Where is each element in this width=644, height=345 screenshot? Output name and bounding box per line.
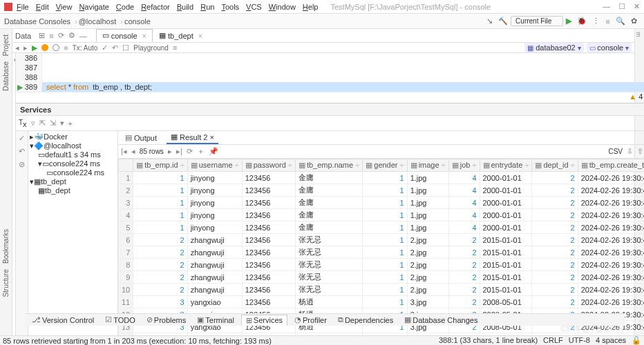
close-icon[interactable]: × <box>142 32 146 40</box>
tab-result[interactable]: ▦ Result 2 × <box>167 131 218 144</box>
menu-help[interactable]: Help <box>303 3 319 11</box>
tab-services[interactable]: ⊞ Services <box>241 315 287 326</box>
col-header[interactable]: ▦tb_emp.id ÷ <box>133 159 187 172</box>
menu-refactor[interactable]: Refactor <box>141 3 170 11</box>
commit-icon[interactable]: ✓ <box>102 43 108 52</box>
tree-tbdept[interactable]: ▾▦tb_dept <box>30 177 116 186</box>
menu-tools[interactable]: Tools <box>221 3 239 11</box>
result-grid[interactable]: ▦tb_emp.id ÷▦username ÷▦password ÷▦tb_em… <box>118 159 644 337</box>
schema-badge[interactable]: ▦ database02 ▾ <box>524 43 583 52</box>
tab-output[interactable]: ▤ Output <box>121 132 161 144</box>
tree-docker[interactable]: ▸🐳Docker <box>30 132 116 141</box>
stop-icon[interactable]: ■ <box>605 17 610 26</box>
collapse-icon[interactable]: ⇲ <box>50 119 56 128</box>
dot-icon[interactable] <box>41 44 48 51</box>
rollback-icon[interactable]: ↶ <box>112 43 118 52</box>
settings-icon[interactable]: ✿ <box>631 17 637 26</box>
search-icon[interactable]: 🔍 <box>616 17 625 26</box>
tab-dbchanges[interactable]: ▦ Database Changes <box>400 315 482 325</box>
breadcrumb[interactable]: Database Consoles <box>4 17 70 26</box>
col-header[interactable]: ▦dept_id ÷ <box>532 159 578 172</box>
menu-file[interactable]: File <box>17 3 29 11</box>
table-row[interactable]: 72zhangwuji123456张无忌12.jpg22015-01-01220… <box>119 246 645 259</box>
table-row[interactable]: 51jinyong123456金庸11.jpg42000-01-0122024-… <box>119 221 645 234</box>
menu-view[interactable]: View <box>56 3 73 11</box>
table-row[interactable]: 11jinyong123456金庸11.jpg42000-01-0122024-… <box>119 172 645 184</box>
project-tab[interactable]: Project <box>2 34 10 56</box>
encoding[interactable]: UTF-8 <box>569 336 590 345</box>
col-header[interactable]: ▦job ÷ <box>448 159 480 172</box>
dot-icon[interactable] <box>53 44 59 51</box>
tree-host[interactable]: ▾🔷@localhost <box>30 141 116 150</box>
table-row[interactable]: 41jinyong123456金庸11.jpg42000-01-0122024-… <box>119 209 645 221</box>
tree-console[interactable]: ▾▭console224 ms <box>30 159 116 168</box>
table-row[interactable]: 92zhangwuji123456张无忌12.jpg22015-01-01220… <box>119 271 645 284</box>
build-icon[interactable]: 🔨 <box>498 17 508 26</box>
expand-icon[interactable]: ⇱ <box>39 119 46 128</box>
menu-build[interactable]: Build <box>177 3 193 11</box>
menu-vcs[interactable]: VCS <box>246 3 262 11</box>
table-row[interactable]: 113yangxiao123456杨逍13.jpg22008-05-012202… <box>119 296 645 308</box>
last-icon[interactable]: ▸| <box>176 147 182 156</box>
debug-icon[interactable]: 🐞 <box>577 17 587 26</box>
warnings-badge[interactable]: ▲ 4 <box>629 92 643 101</box>
cursor-pos[interactable]: 388:1 (33 chars, 1 line break) <box>439 336 538 345</box>
table-row[interactable]: 102zhangwuji123456张无忌12.jpg22015-01-0122… <box>119 284 645 296</box>
menu-run[interactable]: Run <box>200 3 214 11</box>
csv-select[interactable]: CSV <box>608 148 623 155</box>
col-header[interactable]: ▦tb_emp.create_time ÷ <box>578 159 644 172</box>
playground-select[interactable]: Playground <box>133 44 169 52</box>
tab-tbdept[interactable]: ▦tb_dept× <box>153 29 209 42</box>
check-icon[interactable]: ✓ <box>19 134 25 143</box>
run-config-selector[interactable]: Current File <box>511 16 563 26</box>
breadcrumb[interactable]: @localhost <box>79 17 117 26</box>
bookmarks-tab[interactable]: Bookmarks <box>2 229 10 264</box>
col-header[interactable]: ▦entrydate ÷ <box>480 159 532 172</box>
tab-terminal[interactable]: ▣ Terminal <box>193 315 238 325</box>
cancel-icon[interactable]: ⊘ <box>19 160 25 169</box>
structure-tab[interactable]: Structure <box>2 269 10 297</box>
table-row[interactable]: 31jinyong123456金庸11.jpg42000-01-0122024-… <box>119 197 645 209</box>
line-sep[interactable]: CRLF <box>543 336 563 345</box>
add-row-icon[interactable]: ＋ <box>197 146 205 157</box>
col-header[interactable]: ▦gender ÷ <box>363 159 407 172</box>
close-icon[interactable]: × <box>198 32 202 40</box>
tree-console-active[interactable]: ▭console224 ms <box>30 168 116 177</box>
table-row[interactable]: 82zhangwuji123456张无忌12.jpg22015-01-01220… <box>119 259 645 271</box>
table-row[interactable]: 62zhangwuji123456张无忌12.jpg22015-01-01220… <box>119 234 645 246</box>
menu-edit[interactable]: Edit <box>36 3 49 11</box>
export-icon[interactable]: ⇩ <box>627 147 633 156</box>
export-icon[interactable]: ☐ <box>122 43 129 52</box>
more-icon[interactable]: ⋮ <box>592 17 600 26</box>
col-header[interactable]: ▦tb_emp.name ÷ <box>295 159 362 172</box>
tab-console[interactable]: ▭console× <box>96 29 153 42</box>
tree-icon[interactable]: ▾ <box>60 119 64 128</box>
table-row[interactable]: 21jinyong123456金庸11.jpg42000-01-0122024-… <box>119 184 645 197</box>
back-icon[interactable]: ◂ <box>15 43 19 52</box>
menu-navigate[interactable]: Navigate <box>79 3 108 11</box>
tx-mode[interactable]: Tx: Auto <box>73 44 98 52</box>
tab-deps[interactable]: ⧉ Dependencies <box>334 315 397 325</box>
import-icon[interactable]: ⇧ <box>637 147 643 156</box>
run-icon[interactable]: ▶ <box>566 17 571 26</box>
collapse-icon[interactable]: — <box>79 32 87 40</box>
add-icon[interactable]: + <box>68 119 73 128</box>
lock-icon[interactable]: 🔓 <box>632 336 641 345</box>
rollback-icon[interactable]: ↶ <box>19 147 25 156</box>
tab-profiler[interactable]: ◔ Profiler <box>290 315 331 325</box>
tab-todo[interactable]: ☑ TODO <box>101 315 140 325</box>
hammer-icon[interactable]: ↘ <box>486 17 493 26</box>
tree-tbdept[interactable]: ▦tb_dept <box>30 186 116 195</box>
refresh-icon[interactable]: ⟳ <box>58 31 64 40</box>
new-icon[interactable]: ⊞ <box>39 31 45 40</box>
database-tab[interactable]: Database <box>2 61 10 91</box>
col-header[interactable]: ▦username ÷ <box>187 159 242 172</box>
prev-icon[interactable]: ◂ <box>131 147 135 156</box>
maximize-button[interactable]: ☐ <box>618 2 625 11</box>
maven-tab[interactable]: m <box>635 32 642 37</box>
menu-window[interactable]: Window <box>269 3 296 11</box>
next-icon[interactable]: ▸ <box>168 147 172 156</box>
indent[interactable]: 4 spaces <box>596 336 626 345</box>
list-icon[interactable]: ≡ <box>173 43 177 52</box>
breadcrumb[interactable]: console <box>124 17 151 26</box>
